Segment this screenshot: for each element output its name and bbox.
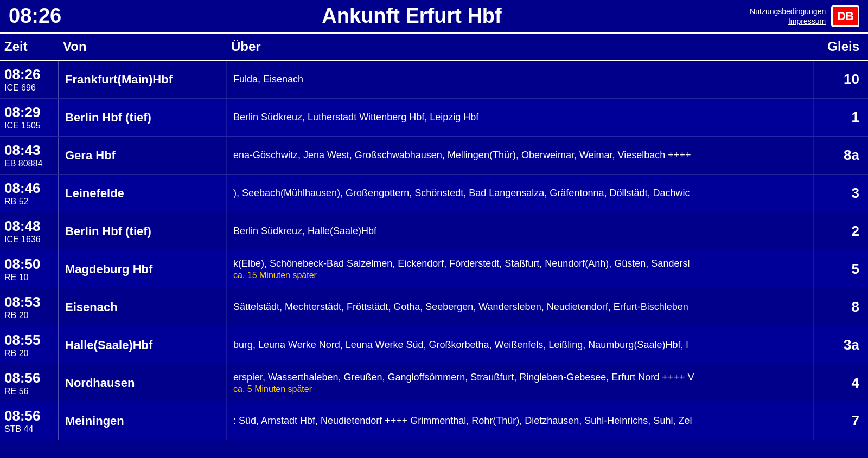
header-time: 08:26	[9, 4, 74, 28]
col-header-von: Von	[59, 37, 227, 56]
delay-text: ca. 5 Minuten später	[233, 384, 807, 394]
uber-text: erspier, Wasserthaleben, Greußen, Ganglo…	[233, 372, 807, 383]
cell-gleis: 5	[814, 250, 868, 288]
time-train: EB 80884	[4, 159, 53, 169]
uber-text: Sättelstädt, Mechterstädt, Fröttstädt, G…	[233, 301, 807, 313]
gleis-text: 8a	[844, 147, 859, 164]
uber-text: ena-Göschwitz, Jena West, Großschwabhaus…	[233, 150, 807, 161]
cell-von: Eisenach	[59, 288, 227, 326]
cell-gleis: 8	[814, 288, 868, 326]
time-main: 08:55	[4, 332, 53, 349]
cell-time: 08:43 EB 80884	[0, 137, 59, 174]
delay-text: ca. 15 Minuten später	[233, 270, 807, 280]
cell-time: 08:46 RB 52	[0, 175, 59, 212]
time-train: RE 10	[4, 273, 53, 282]
gleis-text: 3	[852, 185, 859, 202]
cell-gleis: 4	[814, 364, 868, 402]
cell-uber: Sättelstädt, Mechterstädt, Fröttstädt, G…	[227, 288, 814, 326]
header: 08:26 Ankunft Erfurt Hbf Nutzungsbedingu…	[0, 0, 868, 34]
cell-time: 08:26 ICE 696	[0, 61, 59, 98]
cell-uber: erspier, Wasserthaleben, Greußen, Ganglo…	[227, 364, 814, 402]
table-row: 08:50 RE 10 Magdeburg Hbf k(Elbe), Schön…	[0, 250, 868, 288]
cell-time: 08:48 ICE 1636	[0, 212, 59, 250]
time-train: RE 56	[4, 386, 53, 396]
time-main: 08:43	[4, 142, 53, 159]
gleis-text: 8	[852, 299, 859, 315]
table-row: 08:53 RB 20 Eisenach Sättelstädt, Mechte…	[0, 288, 868, 326]
column-headers: Zeit Von Über Gleis	[0, 34, 868, 61]
time-train: ICE 1505	[4, 121, 53, 131]
time-train: ICE 696	[4, 83, 53, 93]
cell-von: Berlin Hbf (tief)	[59, 212, 227, 250]
gleis-text: 5	[852, 261, 859, 278]
db-logo: DB	[831, 5, 859, 27]
von-text: Berlin Hbf (tief)	[65, 224, 151, 238]
time-main: 08:26	[4, 66, 53, 83]
von-text: Meiningen	[65, 414, 124, 428]
time-main: 08:29	[4, 104, 53, 121]
cell-time: 08:53 RB 20	[0, 288, 59, 326]
cell-gleis: 3	[814, 175, 868, 212]
cell-gleis: 2	[814, 212, 868, 250]
von-text: Leinefelde	[65, 186, 124, 201]
cell-gleis: 1	[814, 99, 868, 136]
cell-time: 08:56 STB 44	[0, 402, 59, 440]
gleis-text: 10	[844, 71, 859, 88]
cell-time: 08:56 RE 56	[0, 364, 59, 402]
table-row: 08:26 ICE 696 Frankfurt(Main)Hbf Fulda, …	[0, 61, 868, 99]
von-text: Frankfurt(Main)Hbf	[65, 73, 173, 87]
cell-von: Meiningen	[59, 402, 227, 440]
nutzungsbedingungen-link[interactable]: Nutzungsbedingungen	[750, 7, 826, 16]
time-main: 08:53	[4, 294, 53, 311]
cell-uber: ena-Göschwitz, Jena West, Großschwabhaus…	[227, 137, 814, 174]
uber-text: Fulda, Eisenach	[233, 74, 807, 85]
cell-time: 08:29 ICE 1505	[0, 99, 59, 136]
time-main: 08:50	[4, 256, 53, 273]
cell-time: 08:50 RE 10	[0, 250, 59, 288]
uber-text: Berlin Südkreuz, Lutherstadt Wittenberg …	[233, 112, 807, 123]
time-train: RB 20	[4, 349, 53, 358]
cell-gleis: 10	[814, 61, 868, 98]
table-row: 08:46 RB 52 Leinefelde ), Seebach(Mühlha…	[0, 175, 868, 212]
cell-von: Gera Hbf	[59, 137, 227, 174]
cell-uber: burg, Leuna Werke Nord, Leuna Werke Süd,…	[227, 326, 814, 364]
uber-text: Berlin Südkreuz, Halle(Saale)Hbf	[233, 225, 807, 237]
cell-uber: Fulda, Eisenach	[227, 61, 814, 98]
uber-text: burg, Leuna Werke Nord, Leuna Werke Süd,…	[233, 339, 807, 351]
impressum-link[interactable]: Impressum	[788, 17, 826, 25]
cell-time: 08:55 RB 20	[0, 326, 59, 364]
table-row: 08:43 EB 80884 Gera Hbf ena-Göschwitz, J…	[0, 137, 868, 175]
gleis-text: 4	[852, 375, 859, 391]
time-main: 08:46	[4, 180, 53, 197]
gleis-text: 2	[852, 223, 859, 240]
col-header-gleis: Gleis	[814, 37, 868, 56]
header-links: Nutzungsbedingungen Impressum	[750, 7, 826, 25]
time-main: 08:48	[4, 218, 53, 235]
gleis-text: 3a	[844, 337, 859, 353]
cell-uber: k(Elbe), Schönebeck-Bad Salzelmen, Eicke…	[227, 250, 814, 288]
von-text: Eisenach	[65, 300, 118, 314]
col-header-uber: Über	[227, 37, 814, 56]
header-title: Ankunft Erfurt Hbf	[74, 4, 750, 28]
cell-von: Magdeburg Hbf	[59, 250, 227, 288]
cell-uber: : Süd, Arnstadt Hbf, Neudietendorf ++++ …	[227, 402, 814, 440]
cell-gleis: 7	[814, 402, 868, 440]
von-text: Gera Hbf	[65, 149, 116, 163]
table-row: 08:48 ICE 1636 Berlin Hbf (tief) Berlin …	[0, 212, 868, 250]
von-text: Halle(Saale)Hbf	[65, 338, 152, 352]
gleis-text: 1	[852, 109, 859, 126]
von-text: Magdeburg Hbf	[65, 262, 152, 276]
uber-text: ), Seebach(Mühlhausen), Großengottern, S…	[233, 188, 807, 199]
time-main: 08:56	[4, 408, 53, 424]
cell-gleis: 8a	[814, 137, 868, 174]
col-header-zeit: Zeit	[0, 37, 59, 56]
cell-von: Frankfurt(Main)Hbf	[59, 61, 227, 98]
table-row: 08:55 RB 20 Halle(Saale)Hbf burg, Leuna …	[0, 326, 868, 364]
cell-von: Berlin Hbf (tief)	[59, 99, 227, 136]
cell-von: Leinefelde	[59, 175, 227, 212]
gleis-text: 7	[852, 412, 859, 429]
time-train: STB 44	[4, 424, 53, 434]
von-text: Berlin Hbf (tief)	[65, 111, 151, 125]
time-train: ICE 1636	[4, 235, 53, 244]
time-train: RB 20	[4, 311, 53, 320]
